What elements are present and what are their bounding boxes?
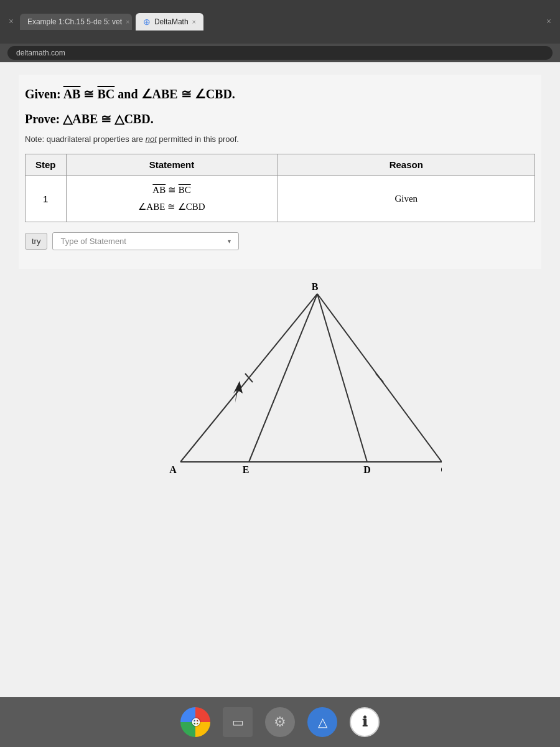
label-e: E <box>243 464 250 475</box>
tab-deltamath-icon: ⊕ <box>143 17 151 27</box>
header-reason: Reason <box>278 154 534 176</box>
tab-example[interactable]: Example 1:Ch.15 5-de 5: vet × <box>20 14 132 30</box>
table-header-row: Step Statement Reason <box>26 154 535 176</box>
given-ab: AB ≅ BC and ∠ABE ≅ ∠CBD. <box>63 87 235 101</box>
prove-label: Prove: <box>25 112 63 126</box>
diagram-container: B A E D C <box>19 275 541 487</box>
main-content: Given: AB ≅ BC and ∠ABE ≅ ∠CBD. Prove: △… <box>0 62 560 703</box>
tab-deltamath-label: DeltaMath <box>154 17 189 26</box>
address-text: deltamath.com <box>16 49 65 57</box>
tick-bc <box>376 374 383 382</box>
tab-deltamath[interactable]: ⊕ DeltaMath × <box>136 13 203 31</box>
statement-lines: AB ≅ BC ∠ABE ≅ ∠CBD <box>77 182 268 215</box>
row-1-reason: Given <box>278 176 534 222</box>
address-bar[interactable]: deltamath.com <box>7 46 553 60</box>
statement-line-1: AB ≅ BC <box>77 182 268 199</box>
statement-dropdown[interactable]: Type of Statement ▾ <box>52 232 239 250</box>
statement-line-2: ∠ABE ≅ ∠CBD <box>77 199 268 215</box>
tab-close-right[interactable]: × <box>544 14 554 29</box>
label-c: C <box>441 464 442 475</box>
statement-placeholder: Type of Statement <box>60 237 126 246</box>
header-statement: Statement <box>66 154 278 176</box>
taskbar-settings-icon[interactable]: ⚙ <box>265 707 295 737</box>
input-row: try Type of Statement ▾ <box>25 232 535 250</box>
tab-bar: × Example 1:Ch.15 5-de 5: vet × ⊕ DeltaM… <box>6 13 554 31</box>
tab-deltamath-close[interactable]: × <box>192 18 196 26</box>
dropdown-arrow-icon: ▾ <box>228 238 231 245</box>
prove-text: △ABE ≅ △CBD. <box>63 112 153 126</box>
geometry-diagram: B A E D C <box>118 275 442 487</box>
line-be <box>249 294 317 462</box>
row-1-step: 1 <box>26 176 67 222</box>
given-line: Given: AB ≅ BC and ∠ABE ≅ ∠CBD. <box>25 85 535 103</box>
row-1-statement: AB ≅ BC ∠ABE ≅ ∠CBD <box>66 176 278 222</box>
header-step: Step <box>26 154 67 176</box>
browser-chrome: × Example 1:Ch.15 5-de 5: vet × ⊕ DeltaM… <box>0 0 560 44</box>
note-line: Note: quadrilateral properties are not p… <box>25 134 535 144</box>
address-bar-row: deltamath.com <box>0 44 560 62</box>
note-text: Note: quadrilateral properties are not p… <box>25 134 239 144</box>
try-button[interactable]: try <box>25 233 47 250</box>
prove-line: Prove: △ABE ≅ △CBD. <box>25 110 535 128</box>
proof-table: Step Statement Reason 1 AB ≅ BC ∠ABE <box>25 154 535 222</box>
taskbar-chrome-icon[interactable]: ⊕ <box>180 707 210 737</box>
taskbar-info-icon[interactable]: ℹ <box>350 707 380 737</box>
taskbar: ⊕ ▭ ⚙ △ ℹ <box>0 697 560 747</box>
tab-example-close[interactable]: × <box>126 18 129 26</box>
label-d: D <box>363 464 371 475</box>
given-prove-section: Given: AB ≅ BC and ∠ABE ≅ ∠CBD. Prove: △… <box>19 75 541 269</box>
line-bd <box>317 294 367 462</box>
window-close-button[interactable]: × <box>6 14 16 29</box>
taskbar-triangle-icon[interactable]: △ <box>307 707 337 737</box>
label-a: A <box>169 464 177 475</box>
taskbar-files-icon[interactable]: ▭ <box>223 707 253 737</box>
tab-example-label: Example 1:Ch.15 5-de 5: vet <box>27 17 122 26</box>
label-b: B <box>312 281 319 292</box>
table-row: 1 AB ≅ BC ∠ABE ≅ ∠CBD Given <box>26 176 535 222</box>
given-label: Given: <box>25 87 63 101</box>
